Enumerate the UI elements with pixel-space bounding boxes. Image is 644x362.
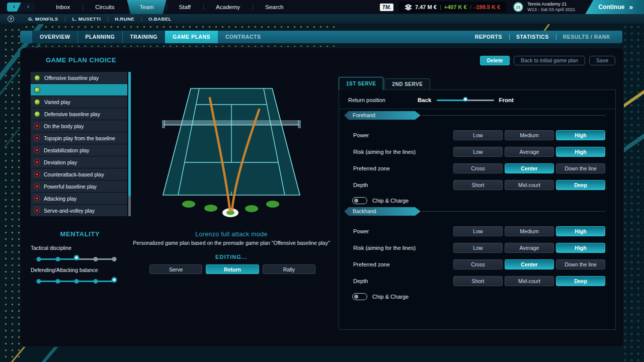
slider-step[interactable] — [37, 257, 41, 261]
chip-and-charge-toggle-backhand[interactable] — [352, 293, 367, 300]
nav-item-staff[interactable]: Staff — [167, 0, 203, 14]
option-backhand-preferred-zone-center[interactable]: Center — [505, 259, 554, 269]
game-plan-item[interactable]: Destabilization play — [31, 144, 127, 156]
game-plan-item[interactable]: Topspin play from the baseline — [31, 132, 127, 144]
toggle-label: Chip & Charge — [372, 294, 409, 300]
nav-item-team[interactable]: Team — [127, 0, 166, 14]
return-position-label: Return position — [348, 97, 385, 103]
game-plan-item[interactable]: On the body play — [31, 120, 127, 132]
mentality-slider-defending-attacking-balance[interactable] — [39, 275, 114, 288]
slider-knob[interactable] — [463, 97, 467, 102]
help-icon[interactable]: ? — [8, 16, 14, 22]
tab-statistics[interactable]: STATISTICS — [509, 31, 556, 43]
plan-label: On the body play — [44, 123, 84, 129]
tab-reports[interactable]: REPORTS — [468, 31, 509, 43]
game-plan-item[interactable]: Serve-and-volley play — [31, 205, 127, 216]
serve-tabs: 1ST SERVE2ND SERVE — [339, 76, 616, 89]
plan-list-scrollbar[interactable] — [128, 72, 131, 216]
slider-step-selected[interactable] — [112, 277, 117, 283]
position-spot[interactable] — [266, 201, 279, 208]
mentality-slider-tactical-discipline[interactable] — [39, 253, 114, 266]
option-backhand-depth-deep[interactable]: Deep — [556, 276, 605, 286]
tab-results-rank[interactable]: RESULTS / RANK — [556, 31, 617, 43]
player-tab-o-babel[interactable]: O.BABEL — [141, 16, 179, 22]
option-forehand-power-high[interactable]: High — [556, 130, 605, 140]
budget-expense: -199.5 K € — [474, 4, 500, 10]
mode-button-serve[interactable]: Serve — [149, 264, 202, 274]
nav-item-circuits[interactable]: Circuits — [83, 0, 127, 14]
mode-button-rally[interactable]: Rally — [263, 264, 315, 274]
option-backhand-power-medium[interactable]: Medium — [505, 226, 554, 236]
position-spot[interactable] — [182, 201, 195, 208]
slider-step[interactable] — [55, 257, 60, 261]
option-forehand-risk-aiming-for-the-lines-low[interactable]: Low — [453, 147, 503, 157]
option-backhand-risk-aiming-for-the-lines-high[interactable]: High — [556, 243, 605, 253]
nav-item-search[interactable]: Search — [253, 0, 296, 14]
option-backhand-power-low[interactable]: Low — [453, 226, 503, 236]
option-backhand-power-high[interactable]: High — [556, 226, 605, 236]
setting-row-preferred-zone: Preferred zoneCrossCenterDown the line — [348, 259, 605, 269]
option-forehand-preferred-zone-cross[interactable]: Cross — [453, 163, 503, 173]
option-forehand-preferred-zone-center[interactable]: Center — [505, 163, 554, 173]
back-to-initial-game-plan-button[interactable]: Back to initial game plan — [514, 56, 585, 65]
nav-history: ‹ › — [7, 3, 35, 12]
game-plan-item[interactable]: Varied play — [31, 96, 127, 108]
option-forehand-risk-aiming-for-the-lines-high[interactable]: High — [556, 147, 605, 157]
player-tab-g-monfils[interactable]: G. MONFILS — [21, 16, 65, 22]
game-plan-item[interactable]: Offensive baseline play — [31, 72, 127, 83]
tab-contracts[interactable]: CONTRACTS — [218, 31, 268, 43]
tab-game-plans[interactable]: GAME PLANS — [165, 31, 218, 43]
slider-step[interactable] — [55, 279, 60, 284]
game-plan-item[interactable]: Counterattack-based play — [31, 168, 127, 180]
chip-and-charge-toggle-forehand[interactable] — [352, 197, 367, 204]
option-forehand-depth-mid-court[interactable]: Mid-court — [505, 180, 554, 190]
option-forehand-power-low[interactable]: Low — [453, 130, 503, 140]
option-backhand-preferred-zone-down-the-line[interactable]: Down the line — [556, 259, 605, 269]
tab-planning[interactable]: PLANNING — [77, 31, 122, 43]
option-forehand-power-medium[interactable]: Medium — [505, 130, 554, 140]
slider-step[interactable] — [93, 257, 98, 261]
option-backhand-risk-aiming-for-the-lines-average[interactable]: Average — [505, 243, 554, 253]
player-tab-l-musetti[interactable]: L. MUSETTI — [65, 16, 108, 22]
game-plan-item[interactable]: Deviation play — [31, 156, 127, 168]
player-tab-h-rune[interactable]: H.RUNE — [108, 16, 141, 22]
game-plan-item[interactable]: Attacking play — [31, 193, 127, 204]
nav-item-inbox[interactable]: Inbox — [43, 0, 83, 14]
position-spot[interactable] — [204, 205, 217, 212]
tab-training[interactable]: TRAINING — [122, 31, 165, 43]
editing-label: EDITING... — [146, 254, 317, 260]
tab-1st-serve[interactable]: 1ST SERVE — [339, 77, 383, 90]
game-plan-item-selected[interactable] — [31, 84, 127, 96]
budget-display[interactable]: 7.47 M € | +407 K € / -199.5 K € — [398, 2, 506, 13]
tab-2nd-serve[interactable]: 2ND SERVE — [384, 78, 430, 89]
nav-forward-button[interactable]: › — [21, 3, 35, 12]
delete-button[interactable]: Delete — [480, 56, 510, 65]
save-button[interactable]: Save — [589, 56, 615, 65]
slider-segment — [76, 258, 96, 260]
return-position-slider[interactable] — [437, 97, 494, 103]
position-spot[interactable] — [245, 205, 258, 212]
option-forehand-risk-aiming-for-the-lines-average[interactable]: Average — [505, 147, 554, 157]
option-backhand-preferred-zone-cross[interactable]: Cross — [453, 259, 503, 269]
option-forehand-depth-deep[interactable]: Deep — [556, 180, 605, 190]
divider — [339, 109, 615, 109]
slider-step[interactable] — [74, 279, 79, 284]
game-plan-item[interactable]: Powerful baseline play — [31, 180, 127, 192]
slider-step-selected[interactable] — [74, 255, 79, 260]
slider-step[interactable] — [93, 279, 98, 284]
nav-back-button[interactable]: ‹ — [7, 3, 21, 12]
slider-step[interactable] — [37, 279, 41, 284]
option-forehand-preferred-zone-down-the-line[interactable]: Down the line — [556, 163, 605, 173]
continue-button[interactable]: Continue » — [585, 0, 644, 14]
mode-button-return[interactable]: Return — [206, 264, 259, 274]
tab-overview[interactable]: OVERVIEW — [32, 31, 77, 43]
option-forehand-depth-short[interactable]: Short — [453, 180, 503, 190]
game-plan-item[interactable]: Defensive baseline play — [31, 108, 127, 120]
slider-step[interactable] — [112, 257, 117, 261]
club-info[interactable]: 21 Tennis Academy 21 W13 - Sat 03 April … — [513, 2, 575, 13]
nav-item-academy[interactable]: Academy — [203, 0, 253, 14]
option-backhand-risk-aiming-for-the-lines-low[interactable]: Low — [453, 243, 503, 253]
option-backhand-depth-mid-court[interactable]: Mid-court — [505, 276, 554, 286]
scrollbar-thumb[interactable] — [128, 72, 131, 196]
option-backhand-depth-short[interactable]: Short — [453, 276, 503, 286]
